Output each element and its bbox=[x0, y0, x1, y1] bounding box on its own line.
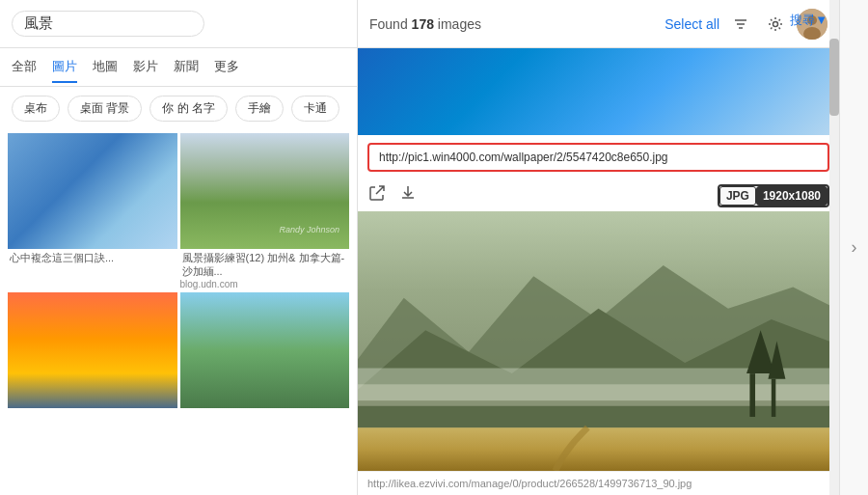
pill-desktop[interactable]: 桌布 bbox=[12, 96, 60, 122]
tab-news[interactable]: 新聞 bbox=[174, 58, 199, 83]
list-item[interactable] bbox=[180, 292, 350, 408]
image-source: blog.udn.com bbox=[180, 279, 350, 289]
pill-your-name[interactable]: 你 的 名字 bbox=[149, 96, 228, 122]
tab-map[interactable]: 地圖 bbox=[93, 58, 118, 83]
image-grid: 心中複念這三個口訣... Randy Johnson 風景攝影練習(12) 加州… bbox=[0, 129, 357, 412]
left-panel: 全部 圖片 地圖 影片 新聞 更多 桌布 桌面 背景 你 的 名字 手繪 卡通 … bbox=[0, 0, 357, 495]
select-all-link[interactable]: Select all bbox=[665, 16, 719, 32]
svg-rect-15 bbox=[772, 379, 775, 417]
chevron-right-icon[interactable]: › bbox=[852, 237, 857, 258]
list-item[interactable] bbox=[8, 292, 177, 408]
svg-point-3 bbox=[773, 21, 778, 26]
pill-handdrawn[interactable]: 手繪 bbox=[235, 96, 284, 122]
right-panel-header: Found 178 images Select all bbox=[358, 0, 839, 48]
search-suggestion[interactable]: 搜尋▼ bbox=[790, 12, 827, 29]
resolution-badge: 1920x1080 bbox=[756, 186, 827, 206]
watermark-text: Randy Johnson bbox=[279, 225, 339, 234]
search-input[interactable] bbox=[24, 15, 192, 32]
filter-pills: 桌布 桌面 背景 你 的 名字 手繪 卡通 bbox=[0, 87, 357, 129]
svg-marker-10 bbox=[358, 427, 839, 471]
found-text: Found 178 images bbox=[369, 16, 657, 32]
pill-cartoon[interactable]: 卡通 bbox=[291, 96, 339, 122]
search-input-wrapper[interactable] bbox=[12, 11, 204, 37]
list-item[interactable]: Randy Johnson 風景攝影練習(12) 加州& 加拿大篇- 沙加緬..… bbox=[180, 133, 350, 289]
meta-wrapper: JPG 1920x1080 bbox=[718, 184, 829, 207]
pill-desktop-bg[interactable]: 桌面 背景 bbox=[68, 96, 142, 122]
tab-all[interactable]: 全部 bbox=[12, 58, 37, 83]
settings-icon[interactable] bbox=[762, 11, 789, 38]
image-label: 風景攝影練習(12) 加州& 加拿大篇- 沙加緬... bbox=[180, 249, 350, 279]
image-count: 178 bbox=[412, 16, 434, 32]
filter-icon[interactable] bbox=[727, 11, 754, 38]
image-thumb-sky bbox=[8, 133, 177, 249]
image-label: 心中複念這三個口訣... bbox=[8, 249, 177, 264]
top-preview-image bbox=[358, 48, 839, 135]
tab-video[interactable]: 影片 bbox=[133, 58, 158, 83]
svg-rect-13 bbox=[749, 373, 755, 417]
download-icon[interactable] bbox=[398, 183, 418, 207]
right-panel: Found 178 images Select all bbox=[357, 0, 839, 495]
tab-images[interactable]: 圖片 bbox=[52, 58, 77, 83]
search-bar bbox=[0, 0, 357, 48]
svg-rect-12 bbox=[358, 384, 839, 405]
format-badge: JPG bbox=[719, 186, 756, 206]
tab-more[interactable]: 更多 bbox=[214, 58, 239, 83]
image-meta: JPG 1920x1080 bbox=[718, 184, 829, 207]
bottom-url: http://likea.ezvivi.com/manage/0/product… bbox=[358, 471, 839, 495]
scrollbar[interactable] bbox=[829, 0, 839, 495]
image-url-bar[interactable]: http://pic1.win4000.com/wallpaper/2/5547… bbox=[367, 143, 829, 172]
nav-tabs: 全部 圖片 地圖 影片 新聞 更多 bbox=[0, 48, 357, 87]
image-thumb-land bbox=[180, 292, 350, 408]
image-thumb-tree: Randy Johnson bbox=[180, 133, 350, 249]
action-icons bbox=[367, 183, 706, 207]
action-bar: JPG 1920x1080 bbox=[358, 179, 839, 211]
far-right-panel: › bbox=[839, 0, 868, 495]
open-external-icon[interactable] bbox=[367, 183, 387, 207]
list-item[interactable]: 心中複念這三個口訣... bbox=[8, 133, 177, 289]
image-thumb-sunset bbox=[8, 292, 177, 408]
main-preview-image bbox=[358, 211, 839, 471]
scrollbar-thumb[interactable] bbox=[829, 39, 839, 116]
